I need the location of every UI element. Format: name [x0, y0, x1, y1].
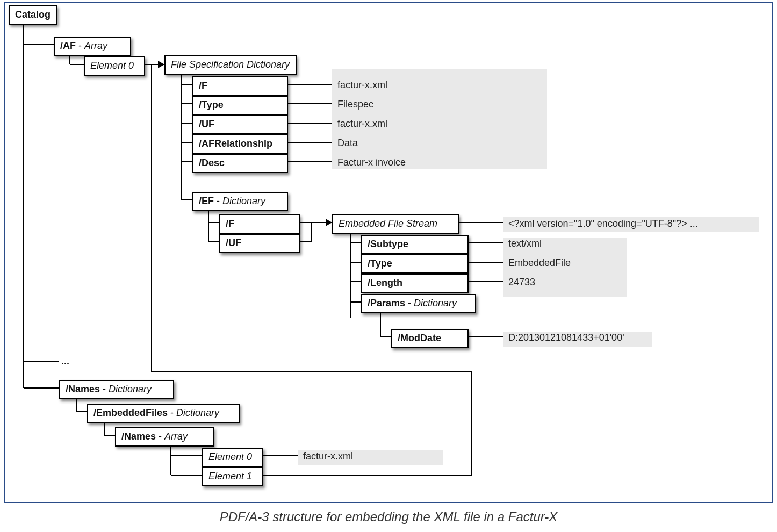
node-ef: /EF - Dictionary: [192, 192, 288, 211]
ef-uf-key: /UF: [226, 238, 241, 248]
stream-subtype-value: text/xml: [508, 238, 542, 249]
stream-moddate-key: /ModDate: [398, 333, 441, 343]
node-af-element0: Element 0: [84, 56, 145, 76]
ef-type: Dictionary: [222, 196, 265, 206]
node-stream-params: /Params - Dictionary: [361, 294, 476, 313]
filespec-afr-key: /AFRelationship: [199, 138, 272, 149]
stream-header-label: Embedded File Stream: [339, 218, 437, 229]
node-stream-moddate: /ModDate: [391, 329, 469, 348]
node-ef-f: /F: [219, 214, 300, 234]
stream-preview: <?xml version="1.0" encoding="UTF-8"?> .…: [508, 218, 698, 229]
names2-elem1-label: Element 1: [208, 471, 252, 481]
node-filespec-desc: /Desc: [192, 154, 288, 173]
node-filespec-afr: /AFRelationship: [192, 134, 288, 154]
embeddedfiles-type: Dictionary: [176, 407, 219, 418]
catalog-ellipsis: ...: [61, 356, 69, 367]
node-stream-length: /Length: [361, 274, 469, 293]
ef-f-key: /F: [226, 218, 234, 229]
ef-key: /EF: [199, 196, 214, 206]
stream-moddate-value: D:20130121081433+01'00': [508, 332, 624, 343]
node-filespec-header: File Specification Dictionary: [164, 55, 297, 75]
node-stream-subtype: /Subtype: [361, 235, 469, 254]
node-stream-type: /Type: [361, 254, 469, 274]
names2-key: /Names: [121, 431, 156, 442]
filespec-type-key: /Type: [199, 99, 224, 110]
filespec-desc-key: /Desc: [199, 157, 225, 168]
stream-subtype-key: /Subtype: [368, 239, 408, 249]
filespec-uf-value: factur-x.xml: [337, 118, 387, 130]
stream-params-type: Dictionary: [414, 298, 457, 308]
filespec-header-label: File Specification Dictionary: [171, 59, 290, 70]
names2-elem0-value: factur-x.xml: [303, 451, 353, 462]
node-names2: /Names - Array: [115, 427, 214, 447]
node-catalog: Catalog: [9, 5, 57, 25]
filespec-afr-value: Data: [337, 138, 358, 149]
stream-type-key: /Type: [368, 258, 392, 269]
stream-length-key: /Length: [368, 277, 402, 288]
filespec-f-key: /F: [199, 80, 207, 91]
svg-marker-24: [326, 219, 332, 226]
names-type: Dictionary: [109, 384, 152, 394]
filespec-f-value: factur-x.xml: [337, 80, 387, 91]
stream-type-value: EmbeddedFile: [508, 257, 571, 269]
af-type: Array: [84, 40, 107, 51]
node-embeddedfiles: /EmbeddedFiles - Dictionary: [87, 404, 240, 423]
filespec-desc-value: Factur-x invoice: [337, 157, 406, 168]
node-filespec-type: /Type: [192, 96, 288, 115]
node-names2-elem0: Element 0: [202, 448, 263, 467]
embeddedfiles-key: /EmbeddedFiles: [93, 407, 168, 418]
node-names2-elem1: Element 1: [202, 467, 263, 486]
catalog-label: Catalog: [15, 9, 51, 20]
node-filespec-uf: /UF: [192, 115, 288, 134]
stream-params-key: /Params: [368, 298, 405, 308]
node-ef-uf: /UF: [219, 234, 300, 253]
node-stream-header: Embedded File Stream: [332, 214, 459, 234]
names-key: /Names: [66, 384, 100, 394]
stream-length-value: 24733: [508, 277, 535, 288]
node-filespec-f: /F: [192, 76, 288, 96]
diagram-caption: PDF/A-3 structure for embedding the XML …: [0, 509, 777, 524]
node-af: /AF - Array: [54, 37, 131, 56]
af-element0-label: Element 0: [90, 60, 134, 71]
af-key: /AF: [60, 40, 76, 51]
filespec-type-value: Filespec: [337, 99, 373, 110]
names2-elem0-label: Element 0: [208, 451, 252, 462]
names2-type: Array: [164, 431, 188, 442]
node-names: /Names - Dictionary: [59, 380, 174, 399]
filespec-uf-key: /UF: [199, 119, 214, 130]
